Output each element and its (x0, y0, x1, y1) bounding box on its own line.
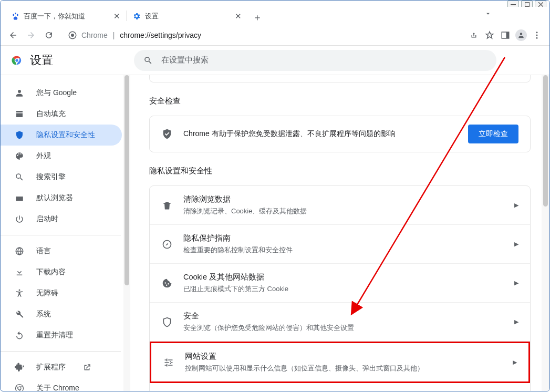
chrome-icon (14, 384, 25, 391)
svg-rect-0 (511, 4, 516, 5)
chrome-logo-icon (11, 55, 23, 66)
sidebar-item-label: 外观 (36, 151, 51, 161)
sidebar-item-label: 下载内容 (36, 267, 66, 277)
safety-check-card: Chrome 有助于保护您免受数据泄露、不良扩展程序等问题的影响 立即检查 (149, 116, 531, 152)
sidebar-item-label: 扩展程序 (36, 363, 66, 372)
safety-check-button[interactable]: 立即检查 (468, 125, 518, 143)
shield-icon (14, 130, 25, 140)
section-title-privacy: 隐私设置和安全性 (149, 166, 531, 176)
row-texts: 清除浏览数据清除浏览记录、Cookie、缓存及其他数据 (183, 194, 504, 216)
chevron-right-icon: ▶ (514, 280, 518, 286)
sidebar: 您与 Google自动填充隐私设置和安全性外观搜索引擎默认浏览器启动时 语言下载… (1, 75, 130, 391)
profile-avatar[interactable] (514, 28, 528, 43)
settings-header: 设置 在设置中搜索 (1, 46, 549, 75)
sidebar-item-extension[interactable]: 扩展程序 (1, 357, 122, 378)
tab-strip: 百度一下，你就知道 ✕ 设置 ✕ ＋ (1, 7, 549, 25)
settings-body: 您与 Google自动填充隐私设置和安全性外观搜索引擎默认浏览器启动时 语言下载… (1, 75, 549, 391)
sidebar-item-browser[interactable]: 默认浏览器 (1, 188, 122, 209)
row-subtitle: 控制网站可以使用和显示什么信息（如位置信息、摄像头、弹出式窗口及其他） (185, 364, 502, 373)
sidebar-item-label: 语言 (36, 246, 51, 256)
cookie-icon (161, 278, 173, 288)
divider (1, 235, 121, 235)
accessibility-icon (14, 288, 25, 298)
svg-point-7 (536, 34, 538, 36)
section-title-safety: 安全检查 (149, 96, 531, 106)
download-icon (14, 267, 25, 277)
sidebar-item-globe[interactable]: 语言 (1, 241, 122, 262)
main-scrollbar[interactable] (542, 75, 549, 391)
settings-search[interactable]: 在设置中搜索 (134, 50, 496, 71)
share-icon[interactable] (466, 28, 481, 43)
row-title: 清除浏览数据 (183, 194, 504, 204)
new-tab-button[interactable]: ＋ (250, 10, 265, 25)
privacy-card: 清除浏览数据清除浏览记录、Cookie、缓存及其他数据▶隐私保护指南检查重要的隐… (149, 185, 531, 391)
row-texts: 网站设置控制网站可以使用和显示什么信息（如位置信息、摄像头、弹出式窗口及其他） (185, 352, 502, 373)
sidebar-item-label: 重置并清理 (36, 331, 73, 340)
privacy-row-tune[interactable]: 网站设置控制网站可以使用和显示什么信息（如位置信息、摄像头、弹出式窗口及其他）▶ (150, 342, 530, 383)
privacy-row-flask[interactable]: 隐私沙盒试用版功能已开启 (150, 383, 530, 391)
browser-window: 百度一下，你就知道 ✕ 设置 ✕ ＋ (0, 0, 550, 391)
row-subtitle: 检查重要的隐私控制设置和安全控件 (183, 245, 504, 255)
menu-icon[interactable] (530, 28, 544, 43)
sidebar-item-person[interactable]: 您与 Google (1, 82, 122, 104)
tab-baidu[interactable]: 百度一下，你就知道 ✕ (6, 8, 127, 25)
privacy-row-shield2[interactable]: 安全安全浏览（保护您免受危险网站的侵害）和其他安全设置▶ (150, 303, 530, 342)
address-bar[interactable]: Chrome | chrome://settings/privacy (63, 27, 460, 43)
baidu-favicon (11, 12, 19, 20)
previous-card-bottom (149, 75, 531, 82)
sidebar-item-label: 关于 Chrome (36, 384, 79, 391)
chevron-right-icon: ▶ (514, 202, 518, 209)
shield-check-icon (161, 128, 173, 140)
sidebar-item-label: 系统 (36, 310, 51, 319)
tab-close-icon[interactable]: ✕ (112, 12, 121, 21)
sidebar-item-label: 默认浏览器 (36, 193, 73, 203)
safety-check-text: Chrome 有助于保护您免受数据泄露、不良扩展程序等问题的影响 (183, 129, 458, 139)
privacy-row-trash[interactable]: 清除浏览数据清除浏览记录、Cookie、缓存及其他数据▶ (150, 186, 530, 225)
forward-button[interactable] (24, 28, 38, 43)
autofill-icon (14, 109, 25, 119)
sidebar-item-power[interactable]: 启动时 (1, 209, 122, 230)
sidebar-scrollbar[interactable] (123, 75, 130, 391)
svg-rect-1 (525, 3, 529, 7)
sidebar-item-label: 启动时 (36, 214, 58, 224)
sidebar-item-download[interactable]: 下载内容 (1, 262, 122, 283)
palette-icon (14, 151, 25, 161)
tab-label: 百度一下，你就知道 (24, 12, 85, 21)
back-button[interactable] (6, 28, 20, 43)
row-subtitle: 清除浏览记录、Cookie、缓存及其他数据 (183, 207, 504, 216)
settings-favicon (132, 12, 141, 20)
svg-point-6 (536, 32, 538, 33)
tab-close-icon[interactable]: ✕ (234, 12, 243, 21)
site-info-icon[interactable] (68, 30, 77, 40)
reset-icon (14, 331, 25, 340)
sidebar-item-wrench[interactable]: 系统 (1, 304, 122, 325)
search-icon (143, 56, 153, 65)
privacy-row-cookie[interactable]: Cookie 及其他网站数据已阻止无痕模式下的第三方 Cookie▶ (150, 264, 530, 303)
bookmark-icon[interactable] (482, 28, 497, 43)
shield2-icon (161, 317, 173, 327)
sidebar-item-autofill[interactable]: 自动填充 (1, 104, 122, 125)
sidebar-item-reset[interactable]: 重置并清理 (1, 325, 122, 346)
search-placeholder: 在设置中搜索 (161, 55, 209, 65)
sidebar-item-search[interactable]: 搜索引擎 (1, 167, 122, 188)
tab-settings[interactable]: 设置 ✕ (127, 8, 248, 25)
sidebar-item-accessibility[interactable]: 无障碍 (1, 283, 122, 304)
privacy-row-compass[interactable]: 隐私保护指南检查重要的隐私控制设置和安全控件▶ (150, 225, 530, 264)
power-icon (14, 214, 25, 224)
chevron-right-icon: ▶ (514, 241, 518, 247)
row-texts: Cookie 及其他网站数据已阻止无痕模式下的第三方 Cookie (183, 272, 504, 294)
sidebar-item-palette[interactable]: 外观 (1, 146, 122, 167)
sidebar-item-shield[interactable]: 隐私设置和安全性 (1, 125, 122, 146)
sidebar-item-chrome[interactable]: 关于 Chrome (1, 378, 122, 391)
chevron-right-icon: ▶ (514, 318, 518, 325)
address-text: Chrome | chrome://settings/privacy (81, 31, 201, 39)
row-title: Cookie 及其他网站数据 (183, 272, 504, 282)
side-panel-icon[interactable] (498, 28, 513, 43)
tabs-dropdown-button[interactable] (484, 10, 492, 17)
sidebar-item-label: 搜索引擎 (36, 172, 66, 182)
divider (1, 351, 121, 352)
reload-button[interactable] (41, 28, 56, 43)
search-icon (14, 172, 25, 182)
svg-rect-5 (506, 32, 509, 38)
sidebar-item-label: 无障碍 (36, 288, 58, 298)
